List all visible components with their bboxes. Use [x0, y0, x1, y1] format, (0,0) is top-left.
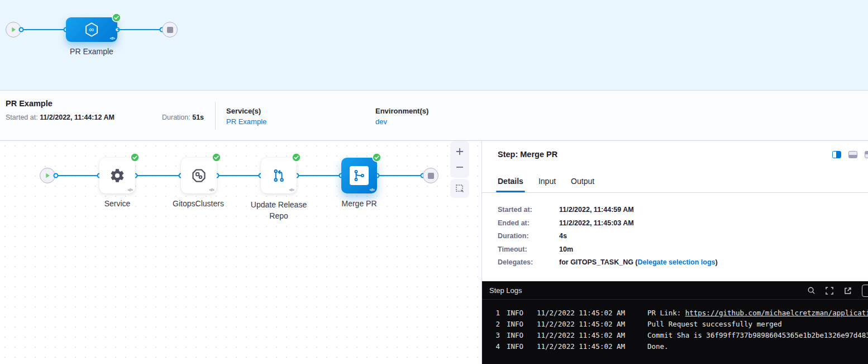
- git-update-repo-icon: [271, 168, 287, 183]
- step-panel-title: Step: Merge PR: [498, 150, 557, 159]
- zoom-in-icon[interactable]: [455, 147, 464, 156]
- graph-edge: [135, 175, 181, 177]
- log-message: Done.: [647, 342, 868, 351]
- environments-label: Environment(s): [375, 107, 428, 115]
- services-label: Service(s): [226, 107, 261, 115]
- pipeline-execution-page: ∞ </> PR Example PR Example Started at: …: [0, 0, 868, 364]
- panel-right-icon[interactable]: [865, 151, 868, 158]
- execution-graph-canvas[interactable]: </> </>: [0, 141, 481, 364]
- success-check-icon: [292, 153, 301, 162]
- step-details-table: Started at: 11/2/2022, 11:44:59 AM Ended…: [482, 193, 868, 281]
- graph-end-node[interactable]: [423, 168, 438, 183]
- graph-edge: [56, 175, 99, 177]
- stage-end-node[interactable]: [162, 22, 178, 37]
- stage-edge: [117, 29, 162, 31]
- graph-edge: [217, 175, 261, 177]
- step-label: GitopsClusters: [162, 199, 235, 208]
- step-node-update-release-repo[interactable]: </>: [261, 158, 297, 193]
- tab-input[interactable]: Input: [538, 177, 556, 192]
- gitops-hexagon-infinity-icon: ∞: [83, 21, 100, 38]
- fullscreen-icon[interactable]: [825, 286, 834, 295]
- log-line-number: 3: [492, 331, 500, 339]
- tab-output[interactable]: Output: [571, 177, 594, 192]
- graph-edge: [377, 175, 423, 177]
- log-level: INFO: [507, 342, 526, 351]
- step-label: Merge PR: [326, 199, 393, 208]
- started-at-line: Started at: 11/2/2022, 11:44:12 AM: [6, 114, 115, 121]
- code-icon: </>: [127, 187, 132, 192]
- graph-edge: [297, 175, 341, 177]
- step-details-panel: Step: Merge PR Details Input Output Star…: [481, 141, 868, 364]
- stage-edge: [21, 29, 66, 31]
- code-icon: </>: [289, 187, 294, 192]
- log-level: INFO: [507, 320, 526, 328]
- step-logs-header: Step Logs Conso: [482, 281, 868, 300]
- log-message: Commit Sha is 36f99ff737b98986045365e1b2…: [647, 331, 868, 339]
- log-level: INFO: [507, 331, 526, 339]
- duration-line: Duration: 51s: [162, 114, 204, 121]
- tab-details[interactable]: Details: [498, 177, 523, 192]
- log-line: 4 INFO 11/2/2022 11:45:02 AM Done.: [492, 341, 868, 352]
- started-at-label: Started at: [6, 114, 36, 121]
- success-check-icon: [130, 153, 140, 162]
- stage-graph-canvas[interactable]: ∞ </> PR Example: [0, 0, 868, 91]
- execution-summary-header: PR Example Started at: 11/2/2022, 11:44:…: [0, 91, 868, 141]
- detail-row-ended: Ended at: 11/2/2022, 11:45:03 AM: [498, 219, 868, 227]
- detail-value: for GITOPS_TASK_NG (Delegate selection l…: [559, 258, 718, 266]
- layout-toggles: [832, 151, 868, 158]
- panel-bottom-icon[interactable]: [848, 151, 857, 158]
- lower-split: </> </>: [0, 141, 868, 364]
- clusters-octagon-icon: [190, 167, 207, 184]
- stage-label: PR Example: [64, 47, 120, 56]
- marquee-zoom-icon: [455, 184, 465, 193]
- stage-node-pr-example[interactable]: ∞ </>: [66, 17, 117, 42]
- log-message: PR Link: https://github.com/michaelcretz…: [647, 309, 868, 317]
- log-line: 1 INFO 11/2/2022 11:45:02 AM PR Link: ht…: [492, 307, 868, 318]
- detail-value: 11/2/2022, 11:44:59 AM: [559, 206, 634, 214]
- marquee-zoom-button[interactable]: [450, 179, 469, 198]
- detail-value: 4s: [559, 232, 567, 240]
- success-check-icon: [112, 13, 121, 22]
- code-icon: </>: [109, 36, 115, 41]
- split-right-active-icon[interactable]: [832, 151, 841, 158]
- delegate-selection-logs-link[interactable]: Delegate selection logs: [638, 258, 716, 266]
- log-line-number: 2: [492, 320, 500, 328]
- log-timestamp: 11/2/2022 11:45:02 AM: [537, 331, 626, 339]
- log-timestamp: 11/2/2022 11:45:02 AM: [537, 342, 626, 351]
- step-node-merge-pr[interactable]: </>: [341, 158, 377, 193]
- zoom-out-icon[interactable]: [455, 163, 464, 172]
- gear-icon: [109, 168, 125, 183]
- delegates-suffix: ): [715, 258, 717, 266]
- svg-text:∞: ∞: [89, 26, 94, 34]
- step-logs-panel: Step Logs Conso 1 INFO 11/2/2022 11:45:0…: [482, 281, 868, 364]
- environments-link[interactable]: dev: [375, 117, 387, 126]
- duration-value: 51s: [192, 114, 204, 121]
- detail-label: Timeout:: [498, 245, 559, 253]
- step-node-gitopsclusters[interactable]: </>: [181, 158, 217, 193]
- step-node-service[interactable]: </>: [99, 158, 135, 193]
- log-level: INFO: [507, 309, 526, 317]
- search-icon[interactable]: [807, 286, 815, 295]
- step-panel-header: Step: Merge PR Details Input Output: [482, 141, 868, 193]
- pipeline-title: PR Example: [6, 99, 53, 108]
- log-lines: 1 INFO 11/2/2022 11:45:02 AM PR Link: ht…: [482, 300, 868, 352]
- log-line-number: 1: [492, 309, 500, 317]
- step-logs-title: Step Logs: [489, 286, 522, 295]
- git-merge-icon: [352, 168, 366, 183]
- play-icon: [44, 172, 51, 179]
- step-logs-actions: Conso: [807, 281, 868, 300]
- console-view-button[interactable]: Conso: [862, 285, 868, 297]
- zoom-controls: [450, 141, 469, 178]
- log-line-number: 4: [492, 342, 500, 351]
- log-timestamp: 11/2/2022 11:45:02 AM: [537, 309, 626, 317]
- delegates-prefix: for GITOPS_TASK_NG (: [559, 258, 638, 266]
- started-at-value: 11/2/2022, 11:44:12 AM: [40, 114, 115, 121]
- services-link[interactable]: PR Example: [226, 117, 266, 126]
- edge-dot: [19, 27, 24, 32]
- divider: [215, 102, 216, 130]
- pr-link[interactable]: https://github.com/michaelcretzman/appli…: [685, 309, 868, 317]
- success-check-icon: [372, 153, 381, 162]
- open-external-icon[interactable]: [843, 286, 852, 295]
- success-check-icon: [212, 153, 221, 162]
- code-icon: </>: [369, 187, 374, 192]
